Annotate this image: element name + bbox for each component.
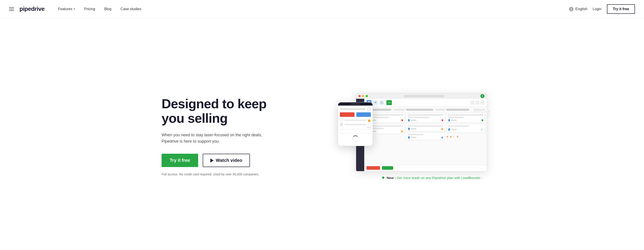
phone-plus-icon: +: [367, 107, 371, 111]
phone-body: +: [338, 106, 372, 146]
card-title-line: [368, 114, 403, 116]
hero-section: Designed to keep you selling When you ne…: [152, 18, 492, 250]
news-chevron-icon: ›: [482, 176, 482, 180]
nav-pricing[interactable]: Pricing: [84, 7, 95, 11]
news-bar: New : Get more leads on any Pipedrive pl…: [368, 176, 482, 180]
crm-main: i +: [364, 99, 487, 171]
pipeline-card: 👤: [406, 124, 445, 131]
card-meta: 👤: [448, 119, 483, 122]
phone-phone-icon: [340, 123, 343, 126]
phone-mockup: +: [338, 102, 373, 146]
scatter-dots: [474, 111, 489, 116]
card-amount: [411, 137, 416, 138]
hero-buttons: Try it free Watch video: [162, 154, 284, 167]
toolbar-add-button[interactable]: +: [386, 100, 392, 105]
hero-title: Designed to keep you selling: [162, 96, 284, 126]
phone-clock-icon: [340, 119, 343, 122]
card-meta: 👤: [408, 136, 443, 138]
pipeline-columns: 👤 👤: [364, 107, 487, 165]
svg-point-9: [374, 103, 374, 103]
toolbar-separator: [394, 101, 394, 104]
navbar: pipedrive Features ▾ Pricing Blog Case s…: [0, 0, 644, 18]
phone-dash-2: [344, 124, 366, 125]
toolbar-filter-icon: [480, 100, 484, 105]
nav-features[interactable]: Features ▾: [58, 7, 75, 11]
card-meta: 👤: [408, 119, 443, 122]
phone-bar-blue: [356, 112, 371, 117]
nav-links: Features ▾ Pricing Blog Case studies: [58, 7, 569, 11]
nav-right: English Login Try it free: [569, 4, 635, 14]
svg-rect-7: [374, 102, 377, 103]
hero-visual: +: [297, 93, 482, 180]
toolbar-right: [470, 100, 484, 105]
window-expand-dot: [366, 95, 368, 97]
card-amount: [411, 120, 416, 121]
svg-rect-6: [374, 102, 377, 102]
nav-try-free-button[interactable]: Try it free: [607, 4, 635, 14]
crm-reject-button: [366, 166, 380, 170]
crm-window: + p: [356, 93, 487, 171]
watch-video-button[interactable]: Watch video: [203, 154, 250, 167]
hero-content: Designed to keep you selling When you ne…: [162, 96, 284, 176]
toolbar-info-icon: i: [379, 100, 384, 105]
card-title-line: [408, 114, 443, 116]
news-link[interactable]: Get more leads on any Pipedrive plan wit…: [396, 176, 480, 180]
card-meta: 👤 ✓: [448, 128, 483, 131]
hero-subtitle: When you need to stay laser-focused on t…: [162, 132, 270, 145]
crm-notif-button: +: [480, 94, 484, 98]
card-indicator: [442, 119, 443, 121]
try-free-button[interactable]: Try it free: [162, 154, 198, 167]
card-meta: 👤: [408, 128, 443, 130]
nav-case-studies[interactable]: Case studies: [120, 7, 142, 11]
pipeline-card: 👤: [406, 132, 445, 140]
card-amount: [451, 129, 457, 130]
card-indicator: [482, 119, 483, 121]
pipeline-col-2: 👤 👤: [406, 109, 445, 163]
phone-three-dots: [340, 127, 371, 128]
crm-titlebar: +: [356, 93, 487, 99]
globe-icon: [569, 7, 574, 11]
nav-blog[interactable]: Blog: [104, 7, 112, 11]
toolbar-chart-icon: [470, 100, 474, 105]
toolbar-edit-icon: [476, 100, 480, 105]
window-minimize-dot: [362, 95, 364, 97]
pipeline-card: 👤 ✓: [446, 124, 485, 133]
card-meta: 👤: [368, 130, 403, 132]
hamburger-menu[interactable]: [9, 7, 14, 11]
crm-accept-button: [382, 166, 393, 170]
phone-loader: [352, 136, 359, 142]
card-subtitle-line: [448, 117, 464, 118]
toolbar-list-icon: [373, 100, 378, 105]
phone-notch: [338, 102, 372, 106]
card-amount: [411, 128, 416, 130]
card-meta: 👤: [368, 119, 403, 122]
phone-label: [340, 108, 366, 110]
card-indicator: [401, 119, 403, 121]
crm-mockup: +: [342, 93, 482, 171]
card-amount: [451, 120, 457, 121]
login-link[interactable]: Login: [593, 7, 602, 11]
window-close-dot: [358, 95, 361, 97]
card-title-line: [448, 125, 469, 127]
news-text: New : Get more leads on any Pipedrive pl…: [387, 176, 482, 180]
phone-add-button: +: [340, 129, 371, 134]
language-selector[interactable]: English: [569, 7, 587, 11]
svg-text:i: i: [382, 102, 382, 104]
phone-icon-row-1: [340, 119, 371, 122]
card-title-line: [408, 134, 424, 136]
card-title-line: [368, 125, 403, 127]
svg-point-8: [374, 102, 374, 102]
url-bar: [404, 95, 444, 97]
phone-icon-row-2: [340, 123, 371, 126]
chevron-down-icon: ▾: [74, 8, 75, 10]
phone-bar-red: [340, 112, 354, 117]
phone-warn-icon: [368, 119, 371, 122]
hero-note: Full access. No credit card required. Us…: [162, 172, 284, 176]
card-title-line: [408, 125, 443, 127]
phone-notch-bar: [351, 104, 360, 104]
news-dot-icon: [382, 176, 384, 179]
logo[interactable]: pipedrive: [20, 6, 44, 12]
phone-dash: [344, 120, 366, 121]
pipeline-col-3: 👤 👤: [446, 109, 485, 163]
pipeline-card: 👤: [406, 113, 445, 123]
